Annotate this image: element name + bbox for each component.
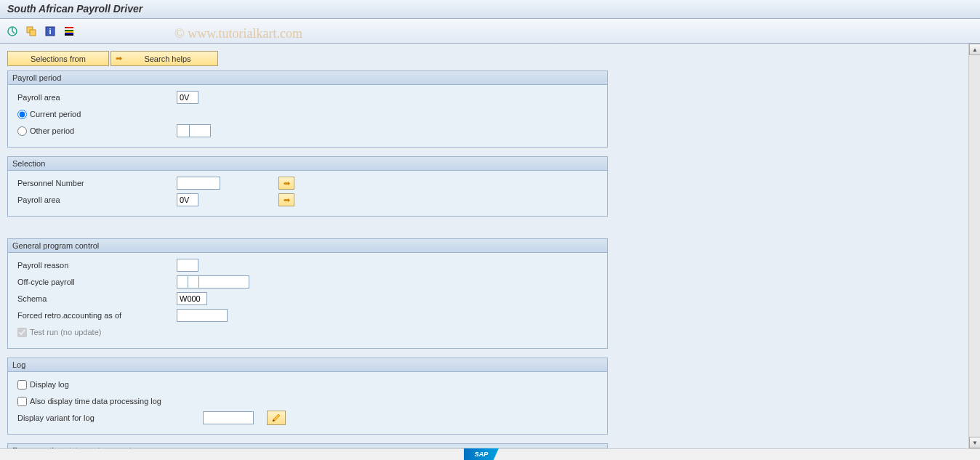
flag-icon[interactable] [63, 25, 76, 38]
group-payroll-period: Payroll period Payroll area Current peri… [7, 70, 608, 148]
group-title: Payroll period [8, 71, 607, 85]
search-helps-button[interactable]: ➡ Search helps [111, 51, 218, 66]
svg-text:i: i [49, 27, 51, 36]
svg-rect-5 [65, 27, 73, 28]
test-run-checkbox [17, 328, 27, 337]
execute-icon[interactable] [6, 25, 19, 38]
payroll-area-input[interactable] [177, 91, 198, 104]
display-variant-label: Display variant for log [15, 413, 203, 422]
schema-input[interactable] [177, 292, 207, 305]
payroll-area-label: Payroll area [15, 93, 177, 102]
offcycle-input-2[interactable] [188, 275, 199, 288]
other-period-input-2[interactable] [189, 124, 211, 137]
info-icon[interactable]: i [44, 25, 57, 38]
button-bar: Selections from ➡ Search helps [7, 51, 952, 66]
time-data-label: Also display time data processing log [30, 397, 161, 405]
other-period-radio[interactable] [17, 126, 27, 136]
current-period-radio[interactable] [17, 110, 27, 119]
personnel-number-label: Personnel Number [15, 179, 177, 187]
payroll-reason-input[interactable] [177, 259, 198, 272]
personnel-number-multi-button[interactable]: ➡ [278, 177, 294, 190]
payroll-area-label-2: Payroll area [15, 195, 177, 204]
other-period-input-1[interactable] [177, 124, 190, 137]
sap-logo: SAP [464, 448, 499, 460]
app-toolbar: i [0, 19, 980, 44]
selections-from-button[interactable]: Selections from [7, 51, 109, 66]
personnel-number-input[interactable] [177, 177, 220, 190]
display-log-label: Display log [30, 380, 69, 389]
scroll-down-button[interactable]: ▼ [969, 437, 980, 448]
group-general-control: General program control Payroll reason O… [7, 238, 608, 349]
arrow-right-icon: ➡ [116, 54, 122, 63]
offcycle-input-3[interactable] [198, 275, 249, 288]
test-run-label: Test run (no update) [30, 328, 101, 336]
svg-rect-6 [65, 28, 73, 30]
payroll-reason-label: Payroll reason [15, 261, 177, 270]
pencil-icon [271, 413, 281, 423]
svg-rect-2 [30, 30, 36, 36]
title-bar: South African Payroll Driver [0, 0, 980, 19]
content-area: Selections from ➡ Search helps Payroll p… [0, 44, 960, 460]
svg-rect-10 [65, 34, 73, 36]
button-label: Selections from [31, 55, 86, 63]
group-title: Log [8, 358, 607, 372]
forced-retro-input[interactable] [177, 309, 228, 322]
current-period-label: Current period [30, 110, 81, 118]
group-title: Selection [8, 157, 607, 171]
offcycle-label: Off-cycle payroll [15, 278, 177, 286]
display-log-checkbox[interactable] [17, 380, 27, 390]
other-period-label: Other period [30, 126, 74, 135]
group-selection: Selection Personnel Number ➡ Payroll are… [7, 156, 608, 217]
offcycle-input-1[interactable] [177, 275, 188, 288]
payroll-area-multi-button[interactable]: ➡ [278, 193, 294, 206]
group-title: General program control [8, 239, 607, 253]
svg-rect-9 [65, 33, 73, 34]
edit-variant-button[interactable] [267, 411, 286, 425]
arrow-right-icon: ➡ [284, 179, 290, 188]
group-log: Log Display log Also display time data p… [7, 358, 608, 435]
page-title: South African Payroll Driver [7, 3, 142, 15]
variant-icon[interactable] [25, 25, 38, 38]
time-data-checkbox[interactable] [17, 397, 27, 406]
button-label: Search helps [126, 55, 209, 63]
svg-rect-7 [65, 30, 73, 31]
vertical-scrollbar[interactable]: ▲ ▼ [968, 44, 980, 448]
arrow-right-icon: ➡ [284, 195, 290, 205]
scroll-up-button[interactable]: ▲ [969, 44, 980, 55]
schema-label: Schema [15, 294, 177, 303]
svg-rect-8 [65, 31, 73, 33]
forced-retro-label: Forced retro.accounting as of [15, 311, 177, 320]
payroll-area-input-2[interactable] [177, 193, 198, 206]
display-variant-input[interactable] [203, 411, 254, 424]
